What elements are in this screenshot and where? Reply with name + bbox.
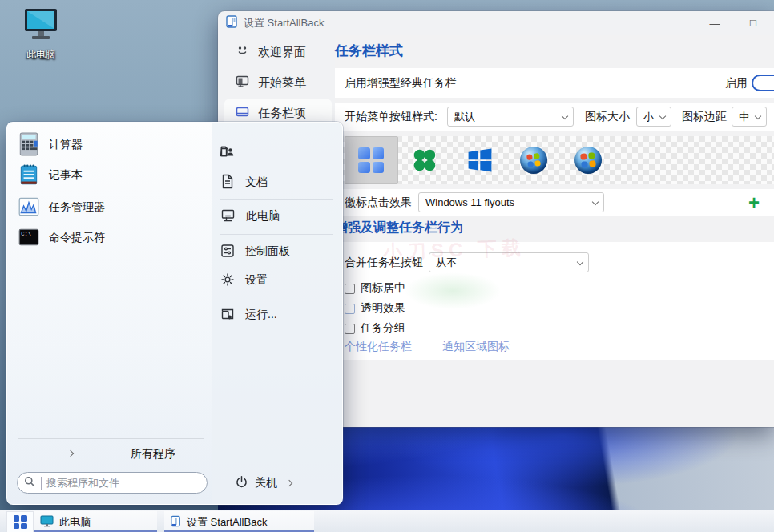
- icon-size-label: 图标大小: [585, 110, 630, 124]
- start-menu-item-documents[interactable]: 文档: [220, 172, 337, 193]
- command-prompt-icon: C:\_: [17, 225, 41, 252]
- start-menu-search-box[interactable]: [17, 472, 208, 494]
- start-menu-item-control-panel[interactable]: 控制面板: [220, 241, 337, 262]
- selected-value: 小: [643, 110, 654, 124]
- logo-click-effect-select[interactable]: Windows 11 flyouts: [418, 192, 604, 212]
- start-menu-item-label: 设置: [245, 273, 268, 288]
- links-row: 个性化任务栏 通知区域图标: [345, 340, 537, 354]
- chevron-right-icon: [286, 480, 292, 486]
- chevron-down-icon: [755, 113, 761, 119]
- sidebar-item-label: 开始菜单: [258, 75, 306, 91]
- taskbar-button-this-pc[interactable]: 此电脑: [34, 511, 157, 532]
- startallback-taskbar-icon: [171, 515, 181, 530]
- enable-classic-taskbar-label: 启用增强型经典任务栏: [345, 76, 457, 91]
- enable-toggle-label: 启用: [725, 76, 748, 91]
- start-menu-item-notepad[interactable]: 记事本: [14, 161, 206, 190]
- notepad-icon: [17, 163, 41, 189]
- start-menu-item-label: 任务管理器: [49, 200, 105, 215]
- chevron-down-icon: [577, 259, 583, 265]
- chevron-down-icon: [659, 113, 666, 119]
- search-input[interactable]: [41, 477, 200, 490]
- shutdown-label: 关机: [255, 476, 277, 490]
- behavior-section-heading: 增强及调整任务栏行为: [335, 220, 463, 236]
- run-icon: [220, 307, 235, 324]
- icon-size-select[interactable]: 小: [636, 107, 671, 127]
- all-programs-item[interactable]: 所有程序: [7, 445, 212, 464]
- start-menu-item-calculator[interactable]: 计算器: [14, 131, 206, 159]
- watermark-smudge: [405, 272, 501, 309]
- divider: [220, 199, 333, 200]
- checkbox-label: 透明效果: [361, 301, 405, 316]
- start-menu-item-this-pc[interactable]: 此电脑: [220, 206, 337, 227]
- start-menu-item-label: 控制面板: [245, 244, 290, 259]
- sidebar-item-welcome[interactable]: 欢迎界面: [224, 38, 332, 66]
- taskbar-button-label: 设置 StartAllBack: [187, 515, 267, 530]
- logo-click-effect-row: 徽标点击效果 Windows 11 flyouts: [335, 189, 774, 216]
- divider: [18, 438, 204, 439]
- start-menu-item-label: 命令提示符: [49, 231, 105, 245]
- watermark-text: 小刀SC 下载: [382, 235, 526, 265]
- selected-value: 默认: [454, 110, 475, 124]
- desktop: 此电脑 设置 StartAllBack — ☐: [0, 0, 774, 532]
- search-icon: [24, 476, 35, 490]
- minimize-button[interactable]: —: [699, 11, 731, 35]
- start-menu-item-label: 文档: [245, 175, 268, 190]
- start-button[interactable]: [6, 511, 34, 532]
- shutdown-button[interactable]: 关机: [235, 473, 292, 494]
- personalize-taskbar-link[interactable]: 个性化任务栏: [345, 340, 412, 353]
- icon-margin-label: 图标边距: [682, 110, 727, 124]
- title-bar[interactable]: 设置 StartAllBack: [218, 11, 774, 35]
- start-menu-panel: 计算器 记事本 任务管理器: [6, 122, 343, 505]
- start-menu-item-settings[interactable]: 设置: [220, 270, 337, 291]
- start-button-style-select[interactable]: 默认: [447, 107, 574, 127]
- checkbox-label: 图标居中: [361, 281, 405, 296]
- taskbar-button-startallback[interactable]: 设置 StartAllBack: [164, 511, 314, 532]
- chevron-down-icon: [592, 199, 599, 205]
- taskbar-button-label: 此电脑: [59, 515, 91, 530]
- windows-7-orb-icon[interactable]: [520, 147, 547, 174]
- sidebar-item-label: 任务栏项: [258, 106, 306, 121]
- computer-icon: [220, 208, 236, 225]
- start-menu-item-label: 运行...: [245, 308, 277, 322]
- sidebar-item-start-menu[interactable]: 开始菜单: [224, 69, 332, 96]
- selected-value: Windows 11 flyouts: [425, 196, 514, 208]
- all-programs-label: 所有程序: [131, 447, 175, 461]
- checkbox-transparency[interactable]: 透明效果: [345, 301, 405, 316]
- notification-area-icons-link[interactable]: 通知区域图标: [442, 340, 510, 353]
- this-pc-taskbar-icon: [40, 515, 54, 530]
- control-panel-icon: [220, 244, 235, 260]
- windows-10-logo-icon[interactable]: [466, 147, 494, 174]
- desktop-icon-this-pc[interactable]: 此电脑: [10, 6, 72, 62]
- checkbox-icon: [345, 304, 355, 314]
- settings-content: 任务栏样式 启用增强型经典任务栏 启用 开始菜单按钮样式: 默认 图标大小 小 …: [335, 35, 774, 427]
- taskbar-settings-icon: [236, 105, 249, 121]
- start-button-style-label: 开始菜单按钮样式:: [345, 110, 437, 124]
- startallback-app-icon: [226, 15, 238, 31]
- this-pc-icon: [21, 32, 61, 46]
- icon-margin-select[interactable]: 中: [732, 107, 767, 127]
- checkbox-center-icons[interactable]: 图标居中: [345, 281, 405, 296]
- desktop-icon-label: 此电脑: [10, 48, 72, 62]
- power-icon: [235, 475, 248, 491]
- enable-classic-taskbar-row: 启用增强型经典任务栏 启用: [335, 68, 774, 98]
- enable-toggle[interactable]: [752, 75, 774, 91]
- windows-start-icon: [14, 515, 27, 529]
- start-button-style-row: 开始菜单按钮样式: 默认 图标大小 小 图标边距 中: [335, 103, 774, 131]
- windows-vista-orb-icon[interactable]: [574, 147, 602, 174]
- window-title: 设置 StartAllBack: [244, 16, 324, 30]
- selected-value: 中: [739, 110, 749, 124]
- task-manager-icon: [17, 195, 41, 221]
- add-button[interactable]: +: [748, 191, 760, 215]
- clover-logo-icon[interactable]: [411, 147, 438, 174]
- start-menu-item-command-prompt[interactable]: C:\_ 命令提示符: [14, 224, 206, 252]
- document-icon: [220, 174, 235, 191]
- user-folder-icon: [220, 143, 236, 161]
- start-menu-icon: [236, 75, 249, 91]
- calculator-icon: [17, 132, 41, 159]
- start-menu-item-user-folder[interactable]: [220, 142, 337, 163]
- start-menu-item-run[interactable]: 运行...: [220, 304, 337, 325]
- windows-11-logo-icon[interactable]: [357, 147, 385, 174]
- maximize-button[interactable]: ☐: [737, 11, 769, 35]
- checkbox-task-grouping[interactable]: 任务分组: [345, 321, 405, 336]
- start-menu-item-task-manager[interactable]: 任务管理器: [14, 193, 206, 222]
